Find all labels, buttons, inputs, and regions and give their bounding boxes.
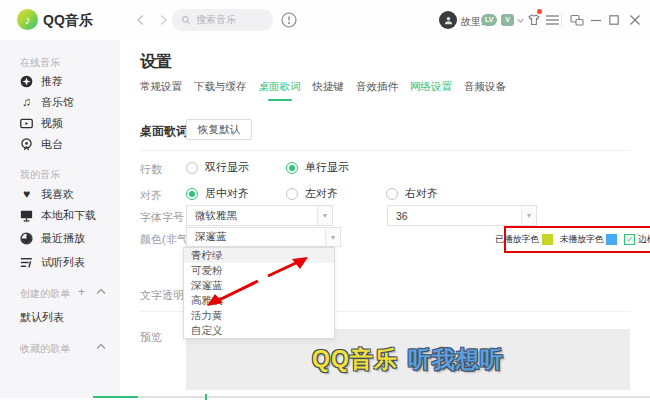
dropdown-option-cute-pink[interactable]: 可爱粉	[184, 263, 334, 278]
user-avatar[interactable]	[439, 11, 457, 29]
sidebar-item-favorites[interactable]: ♥ 我喜欢	[20, 186, 74, 202]
radio-selected-icon	[286, 162, 298, 174]
border-checkbox[interactable]: ✓	[624, 234, 635, 245]
close-button[interactable]	[629, 14, 641, 26]
sidebar-item-recommend[interactable]: 推荐	[20, 73, 63, 89]
plus-icon: +	[78, 285, 85, 299]
music-note-icon: ♫	[20, 96, 33, 109]
user-menu-chevron-down-icon[interactable]	[516, 16, 525, 25]
dropdown-option-lime-green[interactable]: 青柠绿	[184, 248, 334, 263]
font-size-label: 字体字号	[140, 210, 184, 225]
settings-page: 设置 常规设置 下载与缓存 桌面歌词 快捷键 音效插件 网络设置 音频设备 桌面…	[120, 40, 650, 398]
settings-tabs: 常规设置 下载与缓存 桌面歌词 快捷键 音效插件 网络设置 音频设备	[140, 80, 506, 101]
chevron-down-icon: ▾	[521, 206, 536, 225]
playlist-icon	[20, 256, 33, 269]
tab-desktop-lyrics[interactable]: 桌面歌词	[259, 80, 301, 101]
skin-theme-icon[interactable]	[527, 13, 541, 27]
heart-icon: ♥	[20, 188, 33, 201]
search-input[interactable]: 搜索音乐	[172, 9, 273, 31]
color-preset-dropdown: 青柠绿 可爱粉 深邃蓝 高雅灰 活力黄 自定义	[183, 247, 335, 339]
sidebar-item-local-downloads[interactable]: 本地和下载	[20, 207, 96, 223]
color-legend-annotation-box: 已播放字色 未播放字色 ✓ 边框	[504, 226, 650, 253]
add-playlist-button[interactable]: +	[78, 285, 85, 299]
tab-audio-devices[interactable]: 音频设备	[464, 80, 506, 101]
monitor-download-icon	[20, 209, 33, 222]
minimize-button[interactable]	[590, 13, 602, 27]
preview-label: 预览	[140, 330, 162, 345]
titlebar-separator	[561, 13, 562, 27]
preview-text-played: QQ音乐	[312, 344, 398, 375]
listen-together-icon[interactable]	[280, 11, 298, 29]
radio-icon	[386, 188, 398, 200]
forward-button[interactable]	[155, 12, 171, 28]
sidebar-item-radio[interactable]: 电台	[20, 136, 63, 152]
main-menu-icon[interactable]	[546, 14, 559, 26]
dropdown-option-elegant-gray[interactable]: 高雅灰	[184, 293, 334, 308]
section-title-desktop-lyrics: 桌面歌词	[140, 123, 188, 140]
tab-download-cache[interactable]: 下载与缓存	[194, 80, 247, 101]
player-progress-marker[interactable]	[205, 394, 207, 400]
compass-icon	[20, 75, 33, 88]
radio-align-center[interactable]: 居中对齐	[186, 186, 249, 201]
dropdown-option-custom[interactable]: 自定义	[184, 323, 334, 338]
tab-general[interactable]: 常规设置	[140, 80, 182, 101]
clock-icon	[20, 232, 33, 245]
vip-v-badge[interactable]: V	[501, 14, 514, 26]
qq-music-logo-icon[interactable]: ♪	[17, 9, 38, 30]
tab-sound-plugins[interactable]: 音效插件	[356, 80, 398, 101]
font-size-select[interactable]: 36 ▾	[387, 205, 537, 226]
video-icon	[20, 117, 33, 130]
unplayed-color-label: 未播放字色	[560, 233, 604, 246]
sidebar-section-my-music: 我的音乐	[20, 168, 60, 182]
search-placeholder: 搜索音乐	[196, 13, 236, 27]
dropdown-option-vibrant-yellow[interactable]: 活力黄	[184, 308, 334, 323]
collapse-created-playlists-icon[interactable]	[96, 288, 106, 295]
sidebar-item-default-playlist[interactable]: 默认列表	[20, 309, 64, 325]
mini-player-icon[interactable]	[570, 13, 584, 27]
line-count-label: 行数	[140, 162, 162, 177]
unplayed-color-swatch[interactable]	[606, 234, 617, 245]
sidebar-section-online-music: 在线音乐	[20, 56, 60, 70]
font-family-select[interactable]: 微软雅黑 ▾	[186, 205, 333, 226]
sidebar-section-created-playlists: 创建的歌单	[20, 287, 70, 301]
back-button[interactable]	[133, 12, 149, 28]
radio-two-line[interactable]: 双行显示	[186, 160, 249, 175]
titlebar: ♪ QQ音乐 搜索音乐 故里. LV V	[0, 0, 650, 40]
radio-single-line[interactable]: 单行显示	[286, 160, 349, 175]
color-preset-select[interactable]: 深邃蓝 ▾	[186, 227, 341, 247]
preview-text-unplayed: 听我想听	[408, 344, 504, 375]
radio-icon	[186, 162, 198, 174]
divider	[140, 150, 630, 151]
radio-align-right[interactable]: 右对齐	[386, 186, 438, 201]
page-title: 设置	[140, 52, 172, 73]
sidebar-item-recently-played[interactable]: 最近播放	[20, 230, 85, 246]
app-title: QQ音乐	[43, 12, 93, 30]
played-color-swatch[interactable]	[542, 234, 553, 245]
radio-align-left[interactable]: 左对齐	[286, 186, 338, 201]
chevron-down-icon: ▾	[317, 206, 332, 225]
radio-icon	[286, 188, 298, 200]
qq-music-window: ♪ QQ音乐 搜索音乐 故里. LV V	[0, 0, 650, 406]
tab-network[interactable]: 网络设置	[410, 80, 452, 101]
music-note-icon: ♪	[25, 13, 31, 27]
sidebar-section-collected-playlists: 收藏的歌单	[20, 342, 70, 356]
align-label: 对齐	[140, 188, 162, 203]
collapse-collected-playlists-icon[interactable]	[96, 343, 106, 350]
chevron-down-icon: ▾	[325, 228, 340, 246]
radio-selected-icon	[186, 188, 198, 200]
dropdown-option-deep-blue[interactable]: 深邃蓝	[184, 278, 334, 293]
notification-dot	[537, 9, 542, 14]
tab-hotkeys[interactable]: 快捷键	[313, 80, 345, 101]
border-label: 边框	[638, 233, 650, 246]
radio-icon	[20, 138, 33, 151]
sidebar-item-listening-list[interactable]: 试听列表	[20, 254, 85, 270]
vip-lv-badge[interactable]: LV	[481, 14, 497, 26]
restore-defaults-button[interactable]: 恢复默认	[186, 119, 252, 140]
played-color-label: 已播放字色	[495, 233, 539, 246]
player-progress-track[interactable]	[93, 396, 650, 398]
sidebar-item-music-hall[interactable]: ♫ 音乐馆	[20, 94, 74, 110]
sidebar: 在线音乐 推荐 ♫ 音乐馆 视频 电台 我的音乐 ♥ 我喜欢	[0, 40, 120, 398]
search-icon	[181, 15, 191, 25]
maximize-button[interactable]	[609, 15, 619, 25]
sidebar-item-video[interactable]: 视频	[20, 115, 63, 131]
